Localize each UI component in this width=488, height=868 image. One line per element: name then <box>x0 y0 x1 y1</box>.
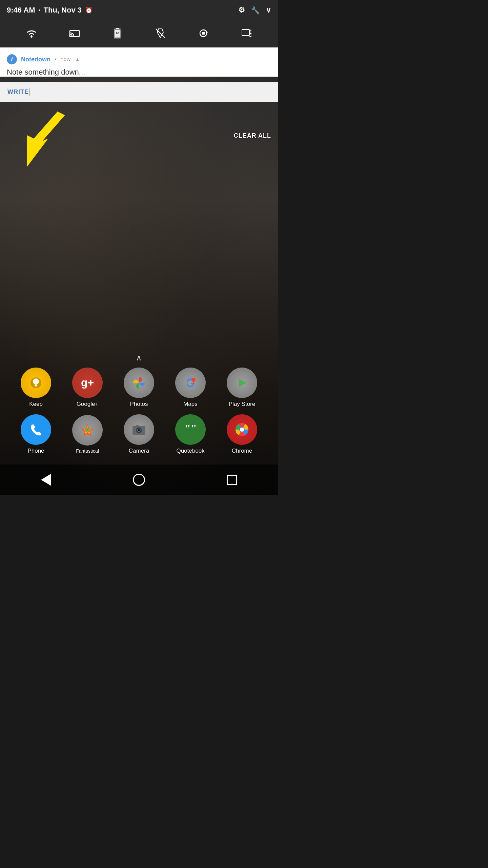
phone-icon <box>21 414 51 445</box>
svg-point-20 <box>33 378 39 384</box>
app-fantastical[interactable]: Fantastical <box>65 415 109 454</box>
wrench-icon: 🔧 <box>251 6 260 14</box>
home-button[interactable] <box>133 474 145 486</box>
photos-label: Photos <box>130 401 148 408</box>
svg-rect-21 <box>35 384 37 386</box>
app-play-store[interactable]: Play Store <box>220 368 264 408</box>
status-bar: 9:46 AM Thu, Nov 3 ⏰ ⚙ 🔧 ∨ <box>0 0 278 20</box>
dropdown-icon[interactable]: ∨ <box>266 6 271 15</box>
notification-content[interactable]: Note something down... <box>7 68 271 77</box>
notification-panel: i Notedown • now ▴ Note something down..… <box>0 47 278 77</box>
maps-label: Maps <box>183 401 198 408</box>
notification-header: i Notedown • now ▴ <box>7 54 271 64</box>
chrome-icon <box>227 414 257 445</box>
write-button[interactable]: WRITE <box>7 88 29 96</box>
cast-toggle[interactable] <box>69 28 80 39</box>
notification-expand-icon[interactable]: ▴ <box>76 56 79 63</box>
quick-settings-bar: 96 <box>0 20 278 47</box>
status-time: 9:46 AM <box>7 6 35 15</box>
status-left: 9:46 AM Thu, Nov 3 ⏰ <box>7 6 93 15</box>
app-camera[interactable]: Camera <box>117 414 161 454</box>
recents-icon <box>227 475 237 485</box>
rotation-toggle[interactable] <box>198 27 209 40</box>
svg-point-0 <box>30 36 33 38</box>
back-icon <box>41 474 51 486</box>
recents-button[interactable] <box>227 475 237 485</box>
fantastical-icon <box>72 415 103 446</box>
svg-rect-4 <box>116 28 119 29</box>
app-maps[interactable]: Maps <box>168 368 212 408</box>
playstore-icon <box>227 368 257 398</box>
clear-all-button[interactable]: CLEAR ALL <box>234 132 271 139</box>
svg-rect-11 <box>242 29 249 36</box>
svg-line-7 <box>156 29 165 38</box>
app-photos[interactable]: Photos <box>117 368 161 408</box>
maps-icon <box>175 368 206 398</box>
dock-area: ∧ Keep g+ Google+ <box>0 353 278 461</box>
gplus-icon: g+ <box>72 368 103 398</box>
phone-label: Phone <box>27 448 44 454</box>
svg-point-38 <box>240 428 244 432</box>
keep-label: Keep <box>29 401 43 408</box>
svg-point-31 <box>138 429 140 431</box>
app-info-icon: i <box>7 54 17 64</box>
status-right: ⚙ 🔧 ∨ <box>238 6 271 15</box>
screenshot-toggle[interactable] <box>241 27 252 40</box>
navigation-bar <box>0 465 278 495</box>
svg-text:": " <box>185 422 191 434</box>
svg-marker-25 <box>239 379 246 387</box>
app-drawer-arrow[interactable]: ∧ <box>0 353 278 362</box>
svg-rect-10 <box>202 32 205 35</box>
app-chrome[interactable]: Chrome <box>220 414 264 454</box>
quotebook-label: Quotebook <box>176 448 204 454</box>
chrome-label: Chrome <box>232 448 252 454</box>
flashlight-toggle[interactable] <box>155 27 166 40</box>
playstore-label: Play Store <box>229 401 255 408</box>
svg-text:": " <box>191 422 197 434</box>
svg-rect-32 <box>136 425 139 427</box>
svg-text:96: 96 <box>116 32 119 35</box>
status-separator <box>39 9 40 11</box>
wifi-toggle[interactable] <box>26 28 37 39</box>
notification-app-name: Notedown <box>21 56 50 63</box>
svg-rect-1 <box>70 31 79 37</box>
keep-icon <box>21 368 51 398</box>
back-button[interactable] <box>41 474 51 486</box>
status-date: Thu, Nov 3 <box>44 6 82 15</box>
gplus-label: Google+ <box>77 401 99 408</box>
camera-label: Camera <box>129 448 149 454</box>
app-row-1: Keep g+ Google+ Photos <box>0 368 278 408</box>
app-google-plus[interactable]: g+ Google+ <box>65 368 109 408</box>
camera-icon <box>124 414 154 445</box>
battery-indicator: 96 <box>112 27 123 40</box>
app-row-2: Phone Fantastical <box>0 414 278 454</box>
photos-icon <box>124 368 154 398</box>
alarm-icon: ⏰ <box>85 6 93 14</box>
home-icon <box>133 474 145 486</box>
app-keep[interactable]: Keep <box>14 368 58 408</box>
settings-icon[interactable]: ⚙ <box>238 6 245 15</box>
quotebook-icon: " " <box>175 414 206 445</box>
clear-all-container: CLEAR ALL <box>234 132 271 139</box>
svg-rect-22 <box>35 386 37 387</box>
notification-actions: WRITE <box>0 82 278 102</box>
svg-text:g+: g+ <box>81 376 94 389</box>
app-quotebook[interactable]: " " Quotebook <box>168 414 212 454</box>
app-phone[interactable]: Phone <box>14 414 58 454</box>
notification-time: now <box>61 56 70 62</box>
fantastical-label: Fantastical <box>76 448 99 454</box>
notif-separator: • <box>55 56 57 62</box>
